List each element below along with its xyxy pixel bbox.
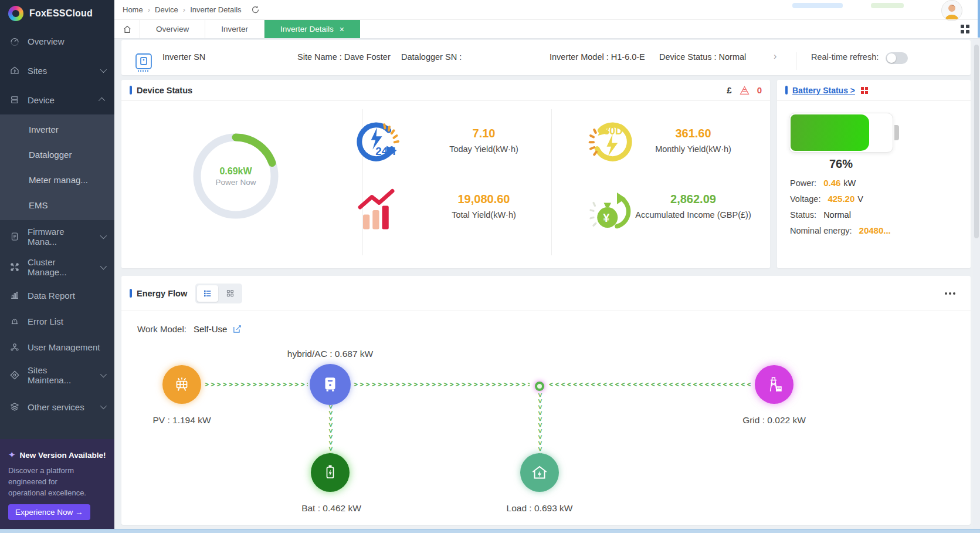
svg-text:¥: ¥ [603,211,610,224]
breadcrumb-inverter-details[interactable]: Inverter Details [190,5,241,14]
battery-status-row: Status: Normal [790,207,891,222]
device-status-text: Device Status : Normal [659,52,746,62]
pv-node[interactable] [162,365,201,404]
battery-nominal-value: 20480... [859,225,891,235]
load-node[interactable] [520,453,559,492]
sidebar-item-other-services[interactable]: Other services [0,394,114,420]
grid-node[interactable] [755,365,794,404]
power-now-caption: Power Now [215,178,256,187]
work-model-row: Work Model: Self-Use [137,324,242,334]
realtime-refresh-toggle[interactable] [886,52,908,64]
tab-overview[interactable]: Overview [140,20,205,38]
sidebar-item-user-management[interactable]: User Management [0,334,114,360]
tab-inverter-details[interactable]: Inverter Details × [265,20,360,38]
tab-inverter[interactable]: Inverter [205,20,265,38]
battery-voltage-unit: V [857,194,863,204]
battery-voltage-value: 425.20 [828,194,854,204]
battery-fill [791,114,869,151]
main-area: Home › Device › Inverter Details Overvie… [114,0,980,533]
sidebar-item-device[interactable]: Device [0,85,114,114]
total-yield-metric: 19,080.60 Total Yield(kW·h) [408,193,560,220]
gauge-readout: 0.69kW Power Now [192,132,280,220]
browser-edge-strip [978,0,980,38]
home-icon [123,25,132,34]
scrollbar-thumb[interactable] [974,45,979,238]
subitem-label: Inverter [29,124,59,134]
battery-power-value: 0.46 [823,178,840,188]
currency-icon[interactable]: £ [727,85,731,95]
sidebar-item-label: Firmware Mana... [28,227,93,247]
battery-nominal-label: Nominal energy: [790,226,852,235]
sidebar-item-inverter[interactable]: Inverter [0,117,114,142]
battery-modules-icon[interactable] [861,87,868,94]
total-yield-icon [354,187,401,234]
promo-title-row: ✦ New Version Available! [8,450,106,460]
layers-icon [9,402,20,412]
sidebar-rest-section: Firmware Mana... Cluster Manage... Data … [0,224,114,420]
breadcrumb-separator: › [148,5,150,14]
flow-junction-node [535,382,544,391]
alarm-triangle-icon[interactable] [740,86,750,95]
edit-icon[interactable] [232,324,242,334]
redacted-chip [792,3,843,8]
sidebar-item-sites-maintenance[interactable]: Sites Maintena... [0,362,114,388]
monthly-yield-metric: 361.60 Monthly Yield(kW·h) [617,127,769,154]
more-options-icon[interactable] [945,292,955,295]
battery-nominal-row: Nominal energy: 20480... [790,222,891,238]
inverter-node[interactable] [310,364,351,405]
section-accent-bar [785,86,788,95]
chevron-down-icon [100,371,107,377]
refresh-icon[interactable] [251,5,260,14]
battery-node[interactable] [311,453,350,492]
battery-voltage-row: Voltage: 425.20 V [790,191,891,207]
sidebar-item-cluster-management[interactable]: Cluster Manage... [0,254,114,280]
power-tower-icon [764,375,784,394]
sidebar-item-ems[interactable]: EMS [0,193,114,218]
chevron-down-icon [100,403,107,409]
sidebar-item-datalogger[interactable]: Datalogger [0,142,114,167]
battery-icon [320,463,340,483]
device-status-title: Device Status [137,86,192,95]
inverter-sn-label: Inverter SN [162,52,205,62]
breadcrumb-device[interactable]: Device [155,5,178,14]
sidebar-item-label: Device [28,95,55,105]
device-info-bar: Inverter SN Site Name : Dave Foster Data… [121,40,971,75]
apps-grid-icon[interactable] [961,25,969,33]
battery-status-link[interactable]: Battery Status > [792,86,855,95]
sidebar-item-meter-management[interactable]: Meter manag... [0,167,114,193]
sidebar-item-label: Data Report [28,291,75,301]
sidebar-item-error-list[interactable]: Error List [0,308,114,334]
today-yield-metric: 7.10 Today Yield(kW·h) [408,127,560,154]
battery-status-label: Status: [790,210,816,220]
new-version-promo: ✦ New Version Available! Discover a plat… [0,439,114,533]
battery-voltage-label: Voltage: [790,194,820,204]
today-yield-value: 7.10 [408,127,560,140]
inverter-model: Inverter Model : H1-6.0-E [550,52,645,62]
svg-text:24H: 24H [375,145,395,157]
sidebar-item-overview[interactable]: Overview [0,26,114,56]
grid-view-button[interactable] [219,285,240,302]
sidebar-item-label: Cluster Manage... [28,257,93,277]
tab-home[interactable] [114,20,140,38]
sidebar-item-data-report[interactable]: Data Report [0,282,114,308]
experience-now-button[interactable]: Experience Now → [8,504,90,520]
list-view-button[interactable] [197,285,218,302]
gauge-icon [9,36,20,46]
vertical-scrollbar[interactable] [973,39,980,529]
bottom-edge-strip [0,529,980,533]
sidebar-item-sites[interactable]: Sites [0,56,114,85]
total-yield-label: Total Yield(kW·h) [408,210,560,220]
sidebar-item-firmware-management[interactable]: Firmware Mana... [0,224,114,249]
battery-node-label: Bat : 0.462 kW [267,503,396,514]
close-icon[interactable]: × [340,25,344,33]
work-model-value: Self-Use [194,324,228,334]
subitem-label: Datalogger [29,150,72,160]
sidebar-item-label: Sites Maintena... [28,365,93,385]
redacted-chip [871,3,904,8]
bar-chart-icon [9,290,20,301]
content-area: Inverter SN Site Name : Dave Foster Data… [114,39,980,533]
breadcrumb-home[interactable]: Home [123,5,143,14]
battery-power-row: Power: 0.46 kW [790,175,891,191]
user-avatar[interactable] [941,0,962,21]
expand-chevron-icon[interactable]: › [774,51,776,62]
